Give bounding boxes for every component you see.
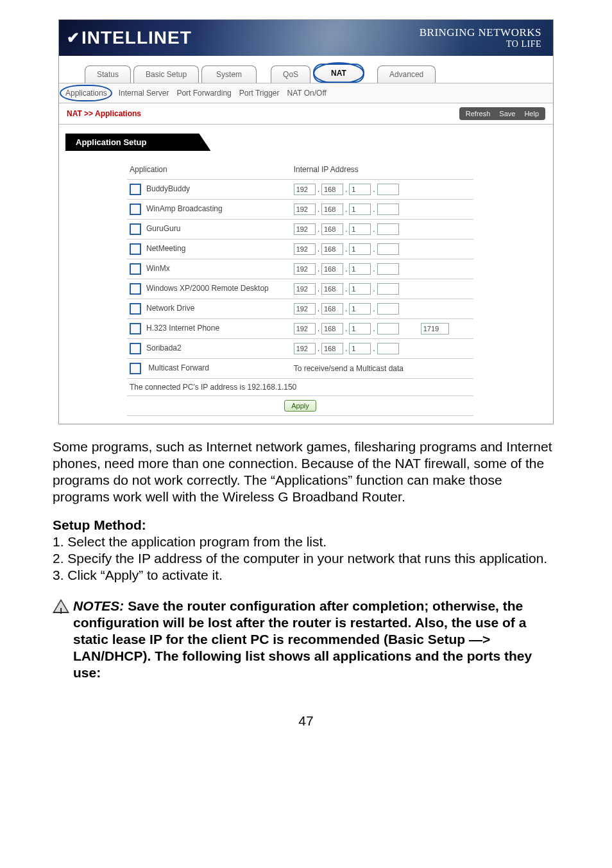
applications-table: Application Internal IP Address BuddyBud…: [127, 160, 473, 416]
dot-separator: .: [344, 185, 348, 194]
apply-button[interactable]: Apply: [284, 400, 316, 412]
app-cell: Soribada2: [127, 339, 291, 359]
dot-separator: .: [317, 225, 320, 234]
brand-logo: ✔ INTELLINET: [59, 28, 192, 48]
ip-octet-input[interactable]: 1: [349, 283, 371, 295]
ip-octet-input[interactable]: 192: [294, 223, 316, 235]
ip-cell: 192.168.1.: [291, 239, 473, 259]
ip-octet-input[interactable]: 168: [321, 184, 343, 195]
ip-octet-input[interactable]: [377, 283, 399, 295]
ip-octet-input[interactable]: 168: [321, 204, 343, 215]
app-cell: NetMeeting: [127, 239, 291, 259]
help-link[interactable]: Help: [524, 110, 539, 117]
ip-octet-input[interactable]: [377, 223, 399, 235]
ip-octet-input[interactable]: 168: [321, 303, 343, 315]
app-cell: WinAmp Broadcasting: [127, 200, 291, 220]
table-row: Soribada2192.168.1.: [127, 339, 473, 359]
checkbox[interactable]: [130, 223, 141, 235]
tab-system[interactable]: System: [201, 65, 257, 83]
table-row: Network Drive192.168.1.: [127, 299, 473, 319]
multicast-label: Multicast Forward: [148, 363, 209, 372]
ip-octet-input[interactable]: [377, 323, 399, 334]
ip-octet-input[interactable]: 192: [294, 283, 316, 295]
tab-qos[interactable]: QoS: [271, 65, 310, 83]
ip-octet-input[interactable]: 1: [349, 303, 371, 315]
checkbox[interactable]: [130, 263, 141, 275]
tab-nat-label: NAT: [331, 69, 346, 78]
checkbox[interactable]: [130, 303, 141, 315]
ip-octet-input[interactable]: 1: [349, 223, 371, 235]
ip-octet-input[interactable]: 168: [321, 223, 343, 235]
ip-octet-input[interactable]: 1: [349, 243, 371, 255]
app-cell: GuruGuru: [127, 220, 291, 239]
checkbox[interactable]: [130, 343, 141, 354]
ip-octet-input[interactable]: 168: [321, 263, 343, 275]
section-title: Application Setup: [65, 134, 211, 151]
tab-status[interactable]: Status: [85, 65, 131, 83]
dot-separator: .: [317, 304, 320, 313]
subtab-internal-server[interactable]: Internal Server: [119, 89, 169, 98]
ip-octet-input[interactable]: [377, 184, 399, 195]
subtab-port-forwarding[interactable]: Port Forwarding: [176, 89, 231, 98]
checkbox[interactable]: [130, 204, 141, 215]
slogan: BRINGING NETWORKS TO LIFE: [420, 26, 553, 49]
dot-separator: .: [372, 185, 375, 194]
app-name: Network Drive: [146, 304, 194, 313]
checkbox[interactable]: [130, 323, 141, 334]
checkbox[interactable]: [130, 243, 141, 255]
app-cell: H.323 Internet Phone: [127, 319, 291, 339]
ip-octet-input[interactable]: 192: [294, 343, 316, 354]
ip-octet-input[interactable]: 1: [349, 204, 371, 215]
ip-octet-input[interactable]: 1: [349, 343, 371, 354]
subtab-nat-onoff[interactable]: NAT On/Off: [287, 89, 327, 98]
app-cell: Windows XP/2000 Remote Desktop: [127, 279, 291, 299]
ip-octet-input[interactable]: 1: [349, 263, 371, 275]
ip-octet-input[interactable]: 192: [294, 204, 316, 215]
table-row: NetMeeting192.168.1.: [127, 239, 473, 259]
ip-octet-input[interactable]: [377, 303, 399, 315]
ip-octet-input[interactable]: 168: [321, 283, 343, 295]
port-input[interactable]: 1719: [421, 323, 449, 334]
ip-cell: 192.168.1.: [291, 180, 473, 200]
ip-octet-input[interactable]: [377, 243, 399, 255]
ip-octet-input[interactable]: 1: [349, 323, 371, 334]
ip-octet-input[interactable]: 192: [294, 184, 316, 195]
table-row: BuddyBuddy192.168.1.: [127, 180, 473, 200]
ip-octet-input[interactable]: 192: [294, 263, 316, 275]
ip-octet-input[interactable]: 168: [321, 243, 343, 255]
dot-separator: .: [372, 304, 375, 313]
ip-octet-input[interactable]: 168: [321, 343, 343, 354]
app-name: GuruGuru: [146, 224, 180, 233]
col-application: Application: [127, 160, 291, 180]
ip-octet-input[interactable]: 168: [321, 323, 343, 334]
tab-basic-setup[interactable]: Basic Setup: [133, 65, 199, 83]
tab-advanced[interactable]: Advanced: [377, 65, 436, 83]
ip-octet-input[interactable]: 192: [294, 243, 316, 255]
table-row: WinAmp Broadcasting192.168.1.: [127, 200, 473, 220]
tab-nat[interactable]: NAT: [313, 64, 364, 83]
dot-separator: .: [317, 185, 320, 194]
dot-separator: .: [344, 245, 348, 254]
app-cell: Network Drive: [127, 299, 291, 319]
dot-separator: .: [372, 344, 375, 353]
dot-separator: .: [344, 205, 348, 214]
checkbox[interactable]: [130, 363, 141, 374]
ip-octet-input[interactable]: 192: [294, 303, 316, 315]
action-bar: Refresh Save Help: [459, 107, 545, 120]
dot-separator: .: [344, 344, 348, 353]
ip-octet-input[interactable]: 192: [294, 323, 316, 334]
ip-octet-input[interactable]: [377, 263, 399, 275]
checkbox[interactable]: [130, 283, 141, 295]
ip-octet-input[interactable]: 1: [349, 184, 371, 195]
checkbox[interactable]: [130, 184, 141, 195]
refresh-link[interactable]: Refresh: [466, 110, 491, 117]
table-row: WinMx192.168.1.: [127, 259, 473, 279]
multicast-row: Multicast Forward: [127, 359, 291, 379]
app-name: Windows XP/2000 Remote Desktop: [146, 284, 269, 293]
ip-octet-input[interactable]: [377, 204, 399, 215]
ip-octet-input[interactable]: [377, 343, 399, 354]
save-link[interactable]: Save: [499, 110, 515, 117]
subtab-applications[interactable]: Applications: [62, 87, 111, 99]
content-area: Application Setup Application Internal I…: [59, 125, 553, 424]
subtab-port-trigger[interactable]: Port Trigger: [239, 89, 280, 98]
